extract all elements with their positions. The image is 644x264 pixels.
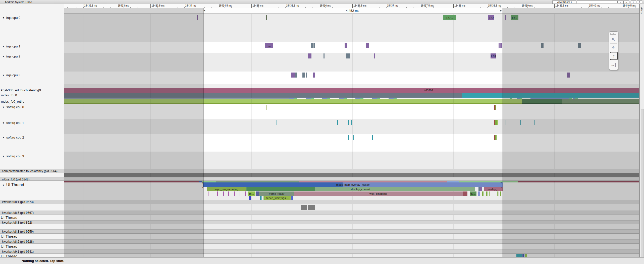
trace-block[interactable] [327,98,330,99]
collapse-arrow-icon[interactable]: ▼ [2,184,5,186]
collapse-arrow-icon[interactable]: ▼ [2,74,5,77]
trace-slice[interactable]: I... [265,43,273,48]
trace-block[interactable] [240,191,240,196]
trace-block[interactable] [260,196,261,200]
vertical-scrollbar[interactable] [641,109,644,258]
palette-grip-handle[interactable] [610,33,616,35]
trace-block[interactable] [346,53,350,58]
trace-slice[interactable]: overlay_... [484,187,503,191]
track-label[interactable]: UI Thread [1,215,17,220]
trace-block[interactable] [291,73,295,78]
trace-block[interactable] [301,205,307,210]
trace-block[interactable] [261,196,262,200]
trace-slice[interactable]: flu... [470,191,476,196]
trace-block[interactable] [494,120,495,125]
view-options-button[interactable]: View Options ▾ [552,1,576,4]
trace-block[interactable] [313,43,315,48]
trace-block[interactable] [463,191,467,196]
collapse-arrow-icon[interactable]: ▼ [2,155,5,158]
collapse-arrow-icon[interactable]: ▼ [2,17,5,19]
trace-block[interactable] [289,98,294,99]
trace-slice[interactable]: wait_pingpong [294,191,463,196]
trace-block[interactable] [202,181,216,182]
trace-block[interactable] [495,105,496,110]
collapse-arrow-icon[interactable]: ▼ [2,122,5,124]
trace-slice[interactable]: display_commit [246,187,475,191]
trace-block[interactable] [216,181,299,182]
trace-block[interactable] [245,191,246,196]
trace-block[interactable] [489,191,490,196]
track-label[interactable]: ▼softirq cpu 1 [2,121,24,125]
expand-arrow-icon[interactable]: ► [4,170,6,172]
selection-boundary-line[interactable] [503,8,503,257]
track-label[interactable]: ▼softirq cpu 0 [2,105,24,109]
trace-block[interactable] [500,191,501,196]
trace-block[interactable] [497,120,498,125]
trace-block[interactable] [208,191,208,196]
trace-block[interactable] [478,191,479,196]
track-label[interactable]: ▼UI Thread [2,183,24,187]
track-label[interactable]: UI Thread [1,244,17,248]
trace-slice[interactable]: IRQ ... [443,15,456,20]
trace-block[interactable] [481,187,482,191]
track-label[interactable]: ▼irqs cpu 0 [2,16,20,20]
trace-slice[interactable]: frame_ready [259,191,294,196]
trace-block[interactable] [311,43,312,48]
trace-block[interactable] [277,120,277,125]
zoom-tool[interactable]: ↕ [610,52,618,60]
trace-block[interactable] [266,105,266,110]
trace-block[interactable] [482,191,483,196]
collapse-arrow-icon[interactable]: ▼ [4,230,6,232]
trace-block[interactable] [306,98,311,99]
trace-block[interactable] [372,135,373,140]
trace-block[interactable] [366,43,369,48]
trace-block[interactable] [495,135,497,140]
trace-block[interactable] [256,191,259,196]
trace-block[interactable] [234,191,235,196]
trace-slice[interactable]: IRQ [488,15,494,20]
track-label[interactable]: kgsl-3d0_ed.touchlatency(9... [1,88,44,92]
trace-block[interactable] [311,98,314,99]
time-ruler[interactable]: 15432.5 ms15433 ms15433.5 ms15434 ms1543… [64,4,639,8]
trace-block[interactable] [263,196,263,200]
trace-block[interactable] [295,73,297,78]
trace-block[interactable] [304,73,305,78]
trace-block[interactable] [372,98,377,99]
trace-block[interactable] [355,98,360,99]
trace-block[interactable] [447,181,459,182]
trace-block[interactable] [339,98,344,99]
track-label[interactable]: ▼softirq cpu 3 [2,154,24,158]
trace-slice[interactable]: mdss_mdp_overlay_kickoff [203,182,503,187]
collapse-arrow-icon[interactable]: ▼ [2,55,5,58]
selection-boundary-line[interactable] [203,8,203,257]
track-label[interactable]: UI Thread [1,234,17,238]
search-input[interactable] [577,1,618,3]
trace-block[interactable] [299,181,447,182]
trace-block[interactable] [480,187,481,191]
trace-block[interactable] [351,120,352,125]
timing-tool[interactable]: ↔| [610,61,617,68]
expand-arrow-icon[interactable]: ► [4,201,6,203]
trace-block[interactable] [294,98,297,99]
trace-block[interactable] [292,196,293,200]
track-label[interactable]: ▼irqs cpu 3 [2,73,20,77]
trace-block[interactable] [374,53,375,58]
trace-block[interactable] [308,53,311,58]
collapse-arrow-icon[interactable]: ▼ [4,211,6,214]
trace-block[interactable] [302,73,304,78]
collapse-arrow-icon[interactable]: ▼ [4,240,6,242]
trace-block[interactable] [488,191,488,196]
select-tool[interactable]: ↖ [610,36,617,43]
trace-block[interactable] [478,187,480,191]
trace-block[interactable] [337,120,338,125]
nav-forward-button[interactable]: → [623,1,629,4]
expand-arrow-icon[interactable]: ► [4,221,6,223]
trace-block[interactable] [484,191,484,196]
trace-block[interactable] [494,105,495,110]
trace-slice[interactable]: sspp_programming [207,187,246,191]
more-button[interactable]: » [631,1,636,4]
collapse-arrow-icon[interactable]: ▼ [4,178,6,180]
trace-block[interactable] [312,43,313,48]
trace-block[interactable] [306,73,307,78]
trace-block[interactable] [494,135,495,140]
